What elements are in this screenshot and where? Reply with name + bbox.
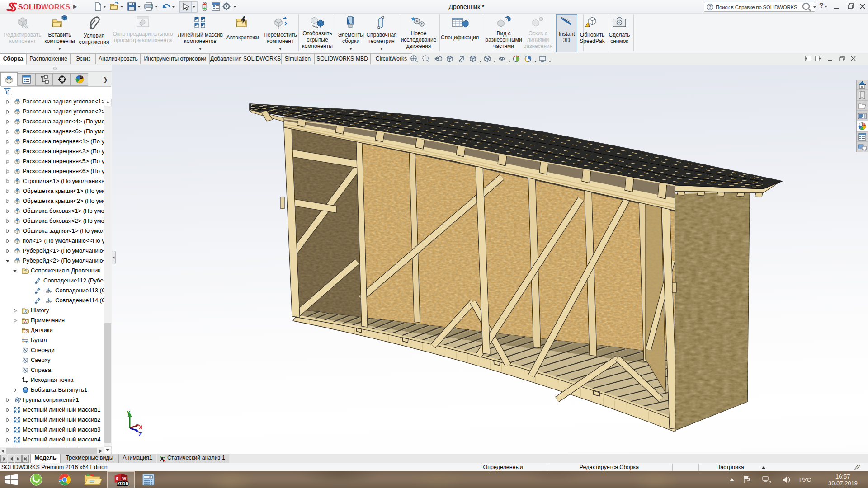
svg-text:0: 0 <box>149 476 151 479</box>
svg-text:Z: Z <box>138 432 142 438</box>
svg-text:S: S <box>116 476 118 481</box>
svg-text:A: A <box>459 59 462 63</box>
svg-text:2016: 2016 <box>117 481 128 486</box>
svg-text:W: W <box>122 476 126 481</box>
svg-text:!: ! <box>589 23 590 28</box>
svg-text:Y: Y <box>127 409 131 416</box>
svg-text:A: A <box>24 319 27 324</box>
svg-text:?: ? <box>708 4 712 9</box>
svg-text:X: X <box>139 424 142 431</box>
svg-text:SOLIDWORKS: SOLIDWORKS <box>18 3 71 11</box>
